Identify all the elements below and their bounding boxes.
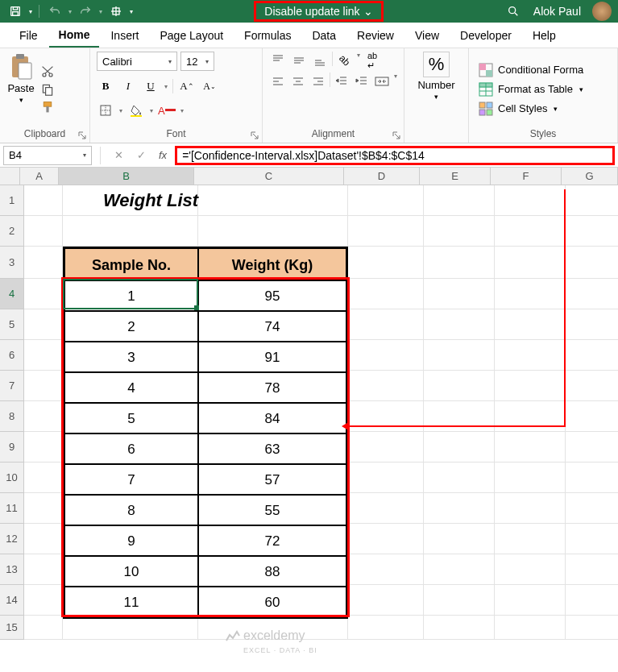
row-header-2[interactable]: 2 (0, 216, 24, 247)
cell[interactable] (424, 247, 495, 279)
cell-sample[interactable]: 4 (64, 372, 198, 403)
cell[interactable] (566, 309, 618, 340)
cell[interactable] (24, 554, 63, 585)
cell[interactable] (348, 432, 424, 463)
cell[interactable] (424, 371, 495, 401)
row-header-7[interactable]: 7 (0, 371, 24, 401)
cell[interactable] (63, 616, 198, 640)
chevron-down-icon[interactable]: ▾ (180, 107, 184, 114)
italic-button[interactable]: I (119, 77, 137, 95)
tab-view[interactable]: View (405, 24, 449, 47)
cell[interactable] (495, 309, 566, 340)
cell[interactable] (24, 309, 63, 340)
cell[interactable] (348, 493, 424, 524)
cell[interactable] (24, 401, 63, 432)
cell[interactable] (24, 585, 63, 616)
cell[interactable] (24, 371, 63, 401)
cell[interactable] (424, 340, 495, 371)
cell[interactable] (24, 493, 63, 524)
column-header-F[interactable]: F (491, 168, 562, 185)
search-button[interactable] (504, 2, 522, 20)
cell-weight[interactable]: 88 (198, 556, 346, 587)
cell[interactable] (198, 216, 348, 247)
cell[interactable] (495, 247, 566, 279)
tab-developer[interactable]: Developer (450, 24, 521, 47)
cell[interactable] (566, 524, 618, 554)
cell[interactable] (566, 554, 618, 585)
conditional-formatting-button[interactable]: Conditional Forma (475, 61, 611, 79)
cut-button[interactable] (39, 64, 56, 79)
dialog-launcher-icon[interactable] (250, 131, 259, 140)
cell[interactable] (348, 309, 424, 340)
cell[interactable] (424, 463, 495, 493)
column-header-A[interactable]: A (20, 168, 59, 185)
cell-sample[interactable]: 9 (64, 525, 198, 556)
save-button[interactable] (6, 2, 24, 20)
cell[interactable] (348, 463, 424, 493)
underline-button[interactable]: U (142, 77, 160, 95)
cell[interactable] (198, 185, 348, 216)
cell[interactable] (495, 340, 566, 371)
cell-sample[interactable]: 5 (64, 403, 198, 433)
cell[interactable] (348, 585, 424, 616)
font-color-button[interactable]: A (158, 102, 176, 119)
cell[interactable] (348, 616, 424, 640)
font-family-select[interactable]: Calibri▾ (97, 52, 177, 71)
chevron-down-icon[interactable]: ▾ (394, 73, 397, 90)
cell[interactable] (424, 616, 495, 640)
cancel-formula-button[interactable]: ✕ (109, 146, 128, 165)
tab-review[interactable]: Review (347, 24, 404, 47)
cell[interactable] (495, 432, 566, 463)
increase-font-button[interactable]: A⌃ (178, 77, 196, 95)
cell[interactable] (24, 247, 63, 279)
cell[interactable] (24, 216, 63, 247)
cell[interactable] (424, 185, 495, 216)
row-header-11[interactable]: 11 (0, 493, 24, 524)
cell[interactable] (566, 247, 618, 279)
cell-sample[interactable]: 7 (64, 464, 198, 495)
align-center-button[interactable] (289, 73, 306, 90)
row-header-9[interactable]: 9 (0, 432, 24, 463)
format-painter-button[interactable] (39, 100, 56, 114)
cell[interactable] (24, 524, 63, 554)
cell[interactable] (424, 493, 495, 524)
bold-button[interactable]: B (97, 77, 114, 95)
cell[interactable] (424, 585, 495, 616)
select-all-corner[interactable] (0, 168, 20, 185)
tab-file[interactable]: File (10, 24, 48, 47)
name-box[interactable]: B4 ▾ (3, 146, 92, 165)
row-header-6[interactable]: 6 (0, 340, 24, 371)
cell[interactable] (566, 279, 618, 309)
cell[interactable] (24, 432, 63, 463)
tab-home[interactable]: Home (49, 23, 100, 48)
cell[interactable] (566, 616, 618, 640)
cell-sample[interactable]: 1 (64, 280, 198, 311)
column-header-C[interactable]: C (194, 168, 344, 185)
cell-weight[interactable]: 91 (198, 342, 346, 372)
cell[interactable] (495, 524, 566, 554)
cell[interactable] (424, 279, 495, 309)
dialog-launcher-icon[interactable] (392, 131, 401, 140)
cell[interactable] (24, 616, 63, 640)
row-header-4[interactable]: 4 (0, 279, 24, 309)
font-size-select[interactable]: 12▾ (180, 52, 214, 71)
align-right-button[interactable] (309, 73, 326, 90)
row-header-8[interactable]: 8 (0, 401, 24, 432)
cell-sample[interactable]: 3 (64, 342, 198, 372)
cell[interactable] (348, 279, 424, 309)
tab-formulas[interactable]: Formulas (234, 24, 301, 47)
cell-weight[interactable]: 57 (198, 464, 346, 495)
enter-formula-button[interactable]: ✓ (131, 146, 151, 165)
row-header-12[interactable]: 12 (0, 524, 24, 554)
cell-sample[interactable]: 10 (64, 556, 198, 587)
redo-button[interactable] (77, 2, 94, 20)
cell[interactable] (566, 401, 618, 432)
cell[interactable] (566, 493, 618, 524)
cell[interactable] (24, 463, 63, 493)
align-middle-button[interactable] (290, 52, 308, 69)
chevron-down-icon[interactable]: ▾ (99, 8, 102, 15)
guides-button[interactable] (107, 2, 125, 20)
row-header-10[interactable]: 10 (0, 463, 24, 493)
column-header-B[interactable]: B (59, 168, 194, 185)
cell-weight[interactable]: 63 (198, 433, 346, 464)
